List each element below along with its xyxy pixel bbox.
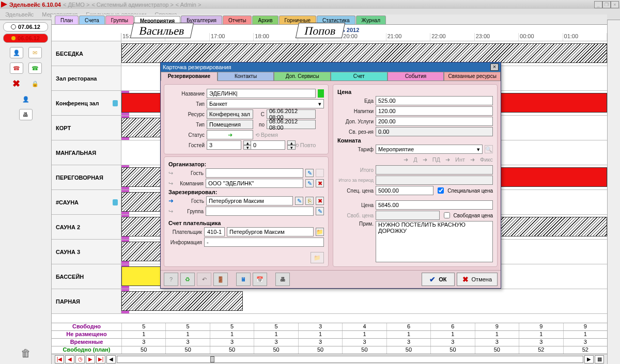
- guests2-input[interactable]: 0: [251, 140, 285, 150]
- booking-name-2[interactable]: Попов: [296, 23, 345, 38]
- drinks-input[interactable]: 120.00: [376, 106, 493, 116]
- print-button[interactable]: 🖶: [275, 273, 290, 286]
- dialog-tab-4[interactable]: События: [388, 72, 444, 81]
- scrollbar-thumb[interactable]: [210, 356, 214, 362]
- booking-block[interactable]: [121, 291, 243, 311]
- cancel-button[interactable]: ✖Отмена: [457, 273, 498, 286]
- nav-grid-button[interactable]: ▦: [595, 355, 604, 363]
- payer-name-field[interactable]: Петербургов Максим: [227, 227, 314, 236]
- calc-button[interactable]: 🖩: [236, 273, 251, 286]
- clear-company-button[interactable]: ✖: [316, 179, 324, 187]
- sb-delete-button[interactable]: ✖: [10, 78, 23, 89]
- dialog-titlebar[interactable]: Карточка резервирования ×: [161, 62, 501, 72]
- summary-row: Свободно55553466999: [52, 323, 607, 330]
- sb-print-button[interactable]: 🖶: [19, 109, 33, 120]
- payer-pick-button[interactable]: 📁: [316, 228, 324, 236]
- tariff-select[interactable]: Мероприятие▾: [376, 145, 483, 154]
- resource-header[interactable]: Конференц зал: [52, 91, 121, 115]
- resource-header[interactable]: ПЕРЕГОВОРНАЯ: [52, 165, 121, 189]
- ok-button[interactable]: ✔ОК: [422, 273, 454, 286]
- booking-name-1[interactable]: Васильев: [130, 23, 194, 38]
- undo-button[interactable]: ↶: [197, 273, 211, 286]
- maximize-button[interactable]: ❐: [602, 1, 611, 8]
- clear-guest-button[interactable]: [316, 169, 324, 177]
- type-select[interactable]: Банкет▾: [207, 99, 324, 108]
- serv-input[interactable]: 200.00: [376, 117, 493, 126]
- minimize-button[interactable]: _: [594, 1, 602, 8]
- resource-header[interactable]: САУНА 3: [52, 240, 121, 264]
- dialog-tab-5[interactable]: Связанные ресурсы: [444, 72, 501, 81]
- nav-now-button[interactable]: ◷: [75, 355, 85, 363]
- dialog-tab-2[interactable]: Доп. Сервисы: [274, 72, 331, 81]
- info-input[interactable]: -: [204, 238, 324, 247]
- refresh-button[interactable]: ♻: [180, 273, 195, 286]
- dialog-tab-1[interactable]: Контакты: [218, 72, 274, 81]
- time-col: 00:00: [519, 33, 563, 41]
- tab-6[interactable]: Архив: [252, 15, 278, 24]
- copy-button[interactable]: ⎘: [305, 197, 314, 205]
- menu-edelweiss[interactable]: Эдельвейс: [1, 10, 38, 19]
- sb-phone-green-button[interactable]: ☎: [28, 62, 42, 74]
- resource-header[interactable]: КОРТ: [52, 116, 121, 140]
- attach-button[interactable]: 📁: [311, 252, 324, 263]
- from-label: С: [255, 112, 265, 117]
- resource-header[interactable]: БАССЕЙН: [52, 264, 121, 289]
- resource-header[interactable]: ПАРНАЯ: [52, 289, 121, 313]
- resource-header[interactable]: Зал ресторана: [52, 66, 121, 90]
- free-checkbox[interactable]: [444, 212, 450, 218]
- trash-button[interactable]: 🗑: [20, 347, 32, 360]
- tab-9[interactable]: Журнал: [356, 15, 386, 24]
- resource-header[interactable]: #САУНА: [52, 190, 121, 214]
- nav-scroll-left-button[interactable]: ◀: [106, 355, 116, 363]
- tab-2[interactable]: Группы: [105, 15, 134, 24]
- status-field[interactable]: ➜: [207, 130, 253, 139]
- calendar-button[interactable]: 📅: [253, 273, 267, 286]
- resource-header[interactable]: БЕСЕДКА: [52, 41, 121, 66]
- tab-0[interactable]: План: [55, 15, 79, 24]
- guests1-input[interactable]: 3: [207, 140, 241, 150]
- pick-guest-button[interactable]: ✎: [305, 169, 314, 177]
- dialog-tab-0[interactable]: Резервирование: [161, 72, 218, 81]
- pick-company-button[interactable]: ✎: [305, 179, 314, 187]
- tab-5[interactable]: Отчеты: [223, 15, 252, 24]
- org-guest-input[interactable]: [206, 168, 303, 178]
- nav-scroll-right-button[interactable]: ▶: [584, 355, 594, 363]
- date-selected[interactable]: 06.06.12: [3, 34, 48, 43]
- note-input[interactable]: [376, 221, 493, 262]
- sb-lock-button[interactable]: 🔒: [28, 78, 42, 89]
- nav-next-button[interactable]: ▶: [86, 355, 95, 363]
- date-today[interactable]: 07.06.12: [3, 22, 48, 31]
- clear-res-guest-button[interactable]: ✖: [316, 197, 324, 205]
- nav-prev-button[interactable]: ◀: [65, 355, 74, 363]
- booking-block[interactable]: [121, 43, 607, 63]
- res-guest-input[interactable]: Петербургов Максим: [206, 196, 293, 205]
- food-input[interactable]: 525.00: [376, 96, 493, 105]
- resource-track[interactable]: [121, 289, 607, 313]
- sb-mail-button[interactable]: ✉: [28, 47, 42, 58]
- group-input[interactable]: [206, 207, 314, 216]
- tab-1[interactable]: Счета: [79, 15, 105, 24]
- close-window-button[interactable]: ×: [611, 1, 619, 8]
- timeline-scrollbar[interactable]: [117, 356, 583, 363]
- spec-checkbox[interactable]: [438, 187, 444, 194]
- name-input[interactable]: ЭДЕЛИНК|: [207, 89, 316, 98]
- dialog-close-button[interactable]: ×: [490, 64, 499, 71]
- tariff-view-button[interactable]: 🔍: [485, 145, 493, 153]
- exit-button[interactable]: 🚪: [213, 273, 228, 286]
- pick-res-guest-button[interactable]: ✎: [295, 197, 303, 205]
- summary-value: 52: [563, 346, 607, 354]
- sb-user-button[interactable]: 👤: [19, 93, 33, 105]
- resource-header[interactable]: МАНГАЛЬНАЯ: [52, 140, 121, 165]
- pick-group-button[interactable]: ✎: [316, 207, 324, 215]
- payer-code-field[interactable]: 410-1: [204, 227, 225, 236]
- dialog-tab-3[interactable]: Счет: [331, 72, 388, 81]
- nav-last-button[interactable]: ▶|: [96, 355, 105, 363]
- nav-first-button[interactable]: |◀: [55, 355, 64, 363]
- spec-input[interactable]: 5000.00: [376, 186, 433, 195]
- total-price-input[interactable]: 5845.00: [376, 200, 493, 210]
- sb-guest-button[interactable]: 👤: [10, 47, 23, 58]
- company-input[interactable]: ООО "ЭДЕЛИНК": [206, 179, 303, 188]
- resource-header[interactable]: САУНА 2: [52, 215, 121, 239]
- help-button[interactable]: ?: [164, 273, 178, 286]
- sb-phone-red-button[interactable]: ☎: [10, 62, 23, 74]
